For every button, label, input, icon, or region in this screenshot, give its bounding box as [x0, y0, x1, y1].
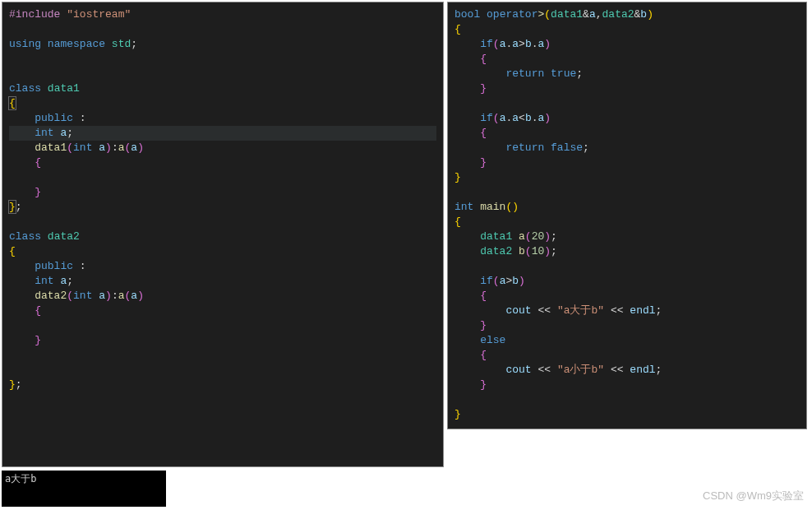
code-line: int main()	[454, 200, 800, 215]
code-line	[9, 318, 436, 333]
code-line	[9, 348, 436, 363]
code-line: }	[454, 155, 800, 170]
code-line: if(a.a>b.a)	[454, 37, 800, 52]
code-line: };	[9, 200, 436, 215]
code-line: {	[454, 52, 800, 67]
code-line: class data1	[9, 81, 436, 96]
console-output: a大于b	[2, 471, 166, 507]
code-line: bool operator>(data1&a,data2&b)	[454, 7, 800, 22]
code-line: public :	[9, 259, 436, 274]
code-line: public :	[9, 111, 436, 126]
code-line: }	[454, 378, 800, 392]
code-line: {	[9, 304, 436, 318]
console-line: a大于b	[5, 472, 163, 486]
code-line	[9, 170, 436, 185]
code-line: }	[454, 318, 800, 333]
code-line: class data2	[9, 230, 436, 244]
code-line: }	[454, 407, 800, 422]
code-line	[9, 22, 436, 37]
code-editor-left[interactable]: #include "iostream" using namespace std;…	[2, 2, 444, 467]
code-line: {	[454, 289, 800, 304]
code-line	[9, 215, 436, 230]
watermark: CSDN @Wm9实验室	[703, 489, 804, 503]
code-line: {	[454, 126, 800, 141]
code-line: {	[9, 96, 436, 111]
code-line: {	[454, 215, 800, 230]
code-editor-right[interactable]: bool operator>(data1&a,data2&b) { if(a.a…	[447, 2, 807, 429]
code-line: }	[9, 185, 436, 200]
code-line: return true;	[454, 67, 800, 81]
code-line: data1 a(20);	[454, 230, 800, 244]
code-line: {	[454, 22, 800, 37]
code-line: cout << "a小于b" << endl;	[454, 363, 800, 378]
code-line: if(a.a<b.a)	[454, 111, 800, 126]
code-line: {	[9, 244, 436, 259]
code-line: data2(int a):a(a)	[9, 289, 436, 304]
code-line: };	[9, 378, 436, 392]
code-line: using namespace std;	[9, 37, 436, 52]
code-line: data1(int a):a(a)	[9, 141, 436, 155]
code-line	[454, 96, 800, 111]
code-line: data2 b(10);	[454, 244, 800, 259]
code-line	[454, 392, 800, 407]
code-line: #include "iostream"	[9, 7, 436, 22]
code-line: cout << "a大于b" << endl;	[454, 304, 800, 318]
code-line: else	[454, 333, 800, 348]
code-line: {	[9, 155, 436, 170]
code-line: }	[454, 81, 800, 96]
code-line: }	[454, 170, 800, 185]
code-line	[9, 363, 436, 378]
code-line: {	[454, 348, 800, 363]
code-line	[9, 67, 436, 81]
code-line	[454, 259, 800, 274]
code-line: return false;	[454, 141, 800, 155]
code-line: if(a>b)	[454, 274, 800, 289]
code-line: }	[9, 333, 436, 348]
code-line-highlighted: int a;	[9, 126, 436, 141]
code-line	[9, 52, 436, 67]
code-line	[454, 185, 800, 200]
code-line: int a;	[9, 274, 436, 289]
